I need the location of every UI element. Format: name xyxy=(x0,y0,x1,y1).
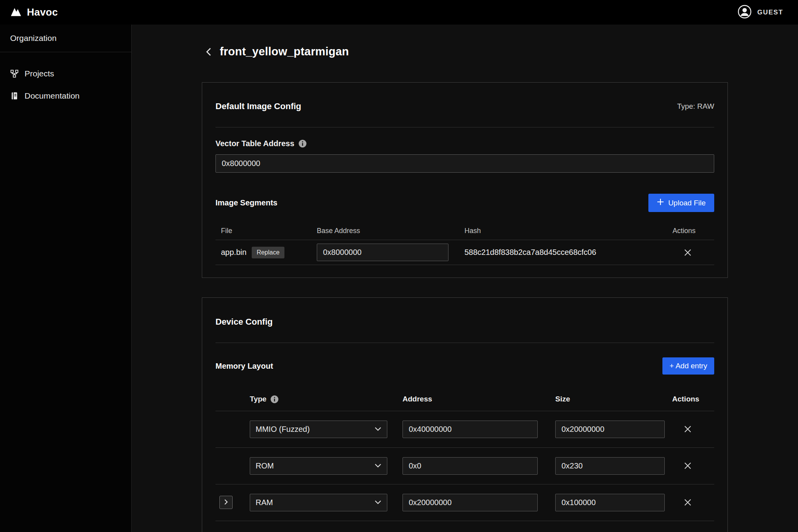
base-address-input[interactable] xyxy=(317,244,448,261)
memory-type-value: RAM xyxy=(256,498,273,507)
divider xyxy=(215,343,714,343)
panel-title: Device Config xyxy=(215,317,273,327)
remove-memory-row-button[interactable] xyxy=(684,498,692,506)
add-entry-button[interactable]: + Add entry xyxy=(662,357,714,375)
sidebar-section-organization: Organization xyxy=(0,25,131,52)
chevron-down-icon xyxy=(374,463,381,468)
remove-segment-button[interactable] xyxy=(684,249,692,256)
column-header-type: Type xyxy=(250,395,267,403)
memory-address-input[interactable] xyxy=(403,494,538,511)
brand-name: Havoc xyxy=(27,6,58,18)
vector-table-address-label: Vector Table Address xyxy=(215,139,294,148)
memory-address-input[interactable] xyxy=(403,457,538,475)
memory-layout-table: Type Address Size Actions xyxy=(215,388,714,521)
havoc-logo-icon xyxy=(10,7,22,18)
replace-button[interactable]: Replace xyxy=(252,247,285,258)
page-header: front_yellow_ptarmigan xyxy=(205,38,798,66)
top-bar: Havoc GUEST xyxy=(0,0,798,25)
chevron-down-icon xyxy=(374,500,381,505)
book-icon xyxy=(10,92,19,100)
memory-size-input[interactable] xyxy=(555,421,665,438)
sidebar-item-label: Projects xyxy=(25,69,54,78)
sidebar-item-projects[interactable]: Projects xyxy=(0,62,131,85)
avatar-icon[interactable] xyxy=(737,4,752,21)
back-button[interactable] xyxy=(205,47,213,57)
column-header-base-address: Base Address xyxy=(317,227,464,235)
memory-row: ROM xyxy=(215,448,714,484)
brand: Havoc xyxy=(10,6,58,18)
sidebar: Organization Projects xyxy=(0,25,132,532)
memory-type-select[interactable]: ROM xyxy=(250,457,387,475)
info-icon[interactable] xyxy=(270,395,279,403)
column-header-address: Address xyxy=(403,395,555,403)
memory-header-row: Type Address Size Actions xyxy=(215,388,714,411)
device-config-panel: Device Config Memory Layout + Add entry … xyxy=(202,297,728,532)
column-header-size: Size xyxy=(555,395,672,403)
memory-size-input[interactable] xyxy=(555,494,665,511)
column-header-actions: Actions xyxy=(672,395,718,403)
upload-file-button[interactable]: Upload File xyxy=(648,194,714,212)
sidebar-nav: Projects Documentation xyxy=(0,52,131,107)
vector-table-address-input[interactable] xyxy=(215,154,714,173)
memory-type-value: ROM xyxy=(256,461,274,470)
divider xyxy=(215,127,714,127)
default-image-config-panel: Default Image Config Type: RAW Vector Ta… xyxy=(202,82,728,278)
memory-row: MMIO (Fuzzed) xyxy=(215,411,714,448)
info-icon[interactable] xyxy=(298,140,307,148)
segment-file-name: app.bin xyxy=(221,248,247,257)
remove-memory-row-button[interactable] xyxy=(684,425,692,433)
segment-hash: 588c21d8f838b2ca7a8d45cce68cfc06 xyxy=(464,248,670,257)
user-name: GUEST xyxy=(757,9,783,16)
plus-icon xyxy=(657,198,664,207)
memory-type-value: MMIO (Fuzzed) xyxy=(256,425,310,434)
memory-type-select[interactable]: MMIO (Fuzzed) xyxy=(250,421,387,438)
panel-title: Default Image Config xyxy=(215,101,301,111)
main-content: front_yellow_ptarmigan Default Image Con… xyxy=(132,25,798,532)
segments-header-row: File Base Address Hash Actions xyxy=(215,222,714,240)
image-segments-title: Image Segments xyxy=(215,198,277,207)
expand-row-button[interactable] xyxy=(219,496,233,509)
hierarchy-icon xyxy=(10,69,19,78)
memory-type-select[interactable]: RAM xyxy=(250,494,387,511)
sidebar-item-label: Documentation xyxy=(25,91,79,101)
column-header-actions: Actions xyxy=(670,227,714,235)
user-menu[interactable]: GUEST xyxy=(737,4,783,21)
segment-row: app.bin Replace 588c21d8f838b2ca7a8d45cc… xyxy=(215,240,714,265)
sidebar-item-documentation[interactable]: Documentation xyxy=(0,85,131,107)
chevron-right-icon xyxy=(224,499,228,506)
page-title: front_yellow_ptarmigan xyxy=(220,45,349,58)
image-type-label: Type: RAW xyxy=(677,102,714,111)
column-header-file: File xyxy=(221,227,317,235)
memory-address-input[interactable] xyxy=(403,421,538,438)
remove-memory-row-button[interactable] xyxy=(684,462,692,470)
memory-layout-title: Memory Layout xyxy=(215,362,273,371)
memory-size-input[interactable] xyxy=(555,457,665,475)
column-header-hash: Hash xyxy=(464,227,670,235)
image-segments-table: File Base Address Hash Actions app.bin R… xyxy=(215,222,714,277)
chevron-down-icon xyxy=(374,427,381,431)
memory-row: RAM xyxy=(215,484,714,521)
upload-file-label: Upload File xyxy=(668,199,706,207)
